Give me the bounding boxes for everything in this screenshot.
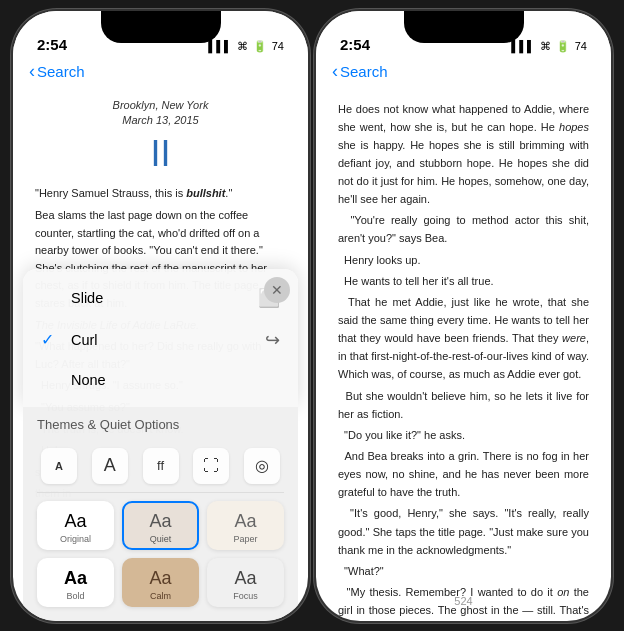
phones-container: 2:54 ▌▌▌ ⌘ 🔋 74 ‹ Search Brooklyn, New Y… — [13, 11, 611, 621]
font-small-label: A — [55, 460, 63, 472]
read-p2: "You're really going to method actor thi… — [338, 211, 589, 247]
read-p1: He does not know what happened to Addie,… — [338, 100, 589, 209]
none-check — [41, 371, 61, 389]
theme-paper-aa: Aa — [234, 511, 256, 532]
read-p7: "Do you like it?" he asks. — [338, 426, 589, 444]
wifi-icon-right: ⌘ — [540, 40, 551, 53]
read-p8: And Bea breaks into a grin. There is no … — [338, 447, 589, 501]
close-button[interactable]: ✕ — [264, 277, 290, 303]
font-large-button[interactable]: A — [92, 448, 128, 484]
wifi-icon-left: ⌘ — [237, 40, 248, 53]
theme-focus[interactable]: Aa Focus — [207, 558, 284, 607]
battery-icon-right: 🔋 — [556, 40, 570, 53]
theme-original[interactable]: Aa Original — [37, 501, 114, 550]
status-icons-right: ▌▌▌ ⌘ 🔋 74 — [511, 40, 587, 53]
curl-icon: ↪ — [265, 329, 280, 351]
theme-paper[interactable]: Aa Paper — [207, 501, 284, 550]
theme-quiet-name: Quiet — [150, 534, 172, 544]
book-location: Brooklyn, New YorkMarch 13, 2015 — [35, 98, 286, 129]
chapter-number: II — [35, 132, 286, 175]
curl-check: ✓ — [41, 330, 61, 349]
font-large-label: A — [104, 455, 116, 476]
theme-focus-aa: Aa — [234, 568, 256, 589]
theme-calm[interactable]: Aa Calm — [122, 558, 199, 607]
slide-options: Slide ⬜ ✓ Curl ↪ None — [23, 269, 298, 407]
battery-pct-left: 74 — [272, 40, 284, 52]
theme-original-aa: Aa — [64, 511, 86, 532]
curl-label: Curl — [71, 332, 98, 348]
read-p4: He wants to tell her it's all true. — [338, 272, 589, 290]
none-option[interactable]: None — [23, 361, 298, 399]
themes-header-text: Themes & — [37, 417, 100, 432]
read-p5: That he met Addie, just like he wrote, t… — [338, 293, 589, 384]
bookmark-icon: ⛶ — [203, 457, 219, 475]
right-phone: 2:54 ▌▌▌ ⌘ 🔋 74 ‹ Search He does not kno… — [316, 11, 611, 621]
theme-quiet[interactable]: Aa Quiet — [122, 501, 199, 550]
slide-check — [41, 289, 61, 307]
read-p6: But she wouldn't believe him, so he lets… — [338, 387, 589, 423]
read-p3: Henry looks up. — [338, 251, 589, 269]
none-label: None — [71, 372, 106, 388]
book-header: Brooklyn, New YorkMarch 13, 2015 II — [35, 98, 286, 176]
back-button-right[interactable]: ‹ Search — [332, 63, 388, 80]
back-label-left: Search — [37, 63, 85, 80]
battery-icon-left: 🔋 — [253, 40, 267, 53]
reading-content: He does not know what happened to Addie,… — [316, 88, 611, 621]
time-right: 2:54 — [340, 36, 370, 53]
theme-calm-aa: Aa — [149, 568, 171, 589]
theme-focus-name: Focus — [233, 591, 258, 601]
back-button-left[interactable]: ‹ Search — [29, 63, 85, 80]
signal-icon-left: ▌▌▌ — [208, 40, 231, 52]
chevron-icon-right: ‹ — [332, 62, 338, 80]
themes-sub: Quiet Options — [100, 417, 180, 432]
curl-option[interactable]: ✓ Curl ↪ — [23, 319, 298, 361]
eye-button[interactable]: ◎ — [244, 448, 280, 484]
bookmark-button[interactable]: ⛶ — [193, 448, 229, 484]
slide-label: Slide — [71, 290, 103, 306]
controls-row: A A ff ⛶ ◎ — [37, 440, 284, 493]
font-type-icon: ff — [157, 458, 164, 473]
font-small-button[interactable]: A — [41, 448, 77, 484]
read-p10: "What?" — [338, 562, 589, 580]
theme-cards-row-2: Aa Bold Aa Calm Aa Focus — [37, 558, 284, 607]
nav-bar-right: ‹ Search — [316, 59, 611, 88]
theme-quiet-aa: Aa — [149, 511, 171, 532]
signal-icon-right: ▌▌▌ — [511, 40, 534, 52]
theme-bold[interactable]: Aa Bold — [37, 558, 114, 607]
time-left: 2:54 — [37, 36, 67, 53]
notch — [101, 11, 221, 43]
theme-cards-row-1: Aa Original Aa Quiet Aa Paper — [37, 501, 284, 550]
chevron-icon-left: ‹ — [29, 62, 35, 80]
notch-right — [404, 11, 524, 43]
overlay-panel: ✕ Slide ⬜ ✓ Curl ↪ — [13, 269, 308, 621]
left-phone: 2:54 ▌▌▌ ⌘ 🔋 74 ‹ Search Brooklyn, New Y… — [13, 11, 308, 621]
theme-bold-aa: Aa — [64, 568, 87, 589]
page-number: 524 — [316, 595, 611, 607]
back-label-right: Search — [340, 63, 388, 80]
eye-icon: ◎ — [255, 456, 269, 475]
read-p9: "It's good, Henry," she says. "It's real… — [338, 504, 589, 558]
themes-section: Themes & Quiet Options A A ff ⛶ — [23, 407, 298, 621]
nav-bar-left: ‹ Search — [13, 59, 308, 88]
slide-option[interactable]: Slide ⬜ — [23, 277, 298, 319]
themes-header: Themes & Quiet Options — [37, 417, 284, 432]
battery-pct-right: 74 — [575, 40, 587, 52]
status-icons-left: ▌▌▌ ⌘ 🔋 74 — [208, 40, 284, 53]
font-type-button[interactable]: ff — [143, 448, 179, 484]
book-para-1: "Henry Samuel Strauss, this is bullshit.… — [35, 185, 286, 203]
theme-paper-name: Paper — [233, 534, 257, 544]
theme-original-name: Original — [60, 534, 91, 544]
theme-bold-name: Bold — [66, 591, 84, 601]
theme-calm-name: Calm — [150, 591, 171, 601]
